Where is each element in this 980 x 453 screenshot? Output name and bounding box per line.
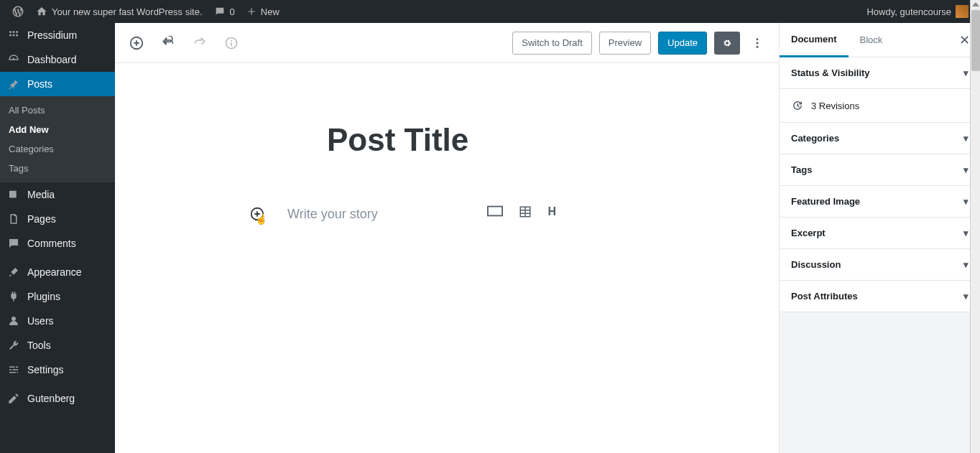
preview-button[interactable]: Preview — [599, 32, 651, 55]
scrollbar-thumb[interactable] — [971, 10, 980, 71]
menu-label: Tools — [27, 340, 51, 351]
wp-logo[interactable] — [6, 0, 30, 23]
svg-point-12 — [757, 45, 759, 47]
chevron-down-icon: ▾ — [963, 259, 969, 270]
panel-revisions[interactable]: 3 Revisions — [780, 89, 980, 123]
dashboard-icon — [7, 53, 20, 66]
comment-bubble[interactable]: 0 — [208, 0, 241, 23]
sidebar-empty — [780, 312, 980, 453]
posts-submenu: All Posts Add New Categories Tags — [0, 96, 115, 182]
redo-button[interactable] — [190, 33, 210, 53]
new-label: New — [261, 6, 279, 17]
panel-discussion[interactable]: Discussion ▾ — [780, 249, 980, 281]
panel-featured-image[interactable]: Featured Image ▾ — [780, 186, 980, 218]
site-name-link[interactable]: Your new super fast WordPress site. — [30, 0, 208, 23]
tab-block[interactable]: Block — [849, 23, 895, 57]
pin-icon — [7, 78, 20, 90]
redo-icon — [193, 36, 207, 50]
howdy-user[interactable]: Howdy, gutencourse — [861, 5, 974, 18]
svg-point-0 — [9, 31, 11, 33]
quick-heading-block[interactable]: H — [547, 205, 556, 221]
menu-label: Plugins — [27, 291, 60, 302]
panel-label: Featured Image — [791, 196, 860, 207]
tab-document[interactable]: Document — [780, 24, 849, 57]
plus-icon — [246, 6, 256, 17]
panel-tags[interactable]: Tags ▾ — [780, 154, 980, 186]
document-sidebar: Document Block ✕ Status & Visibility ▾ 3… — [779, 23, 980, 453]
paragraph-placeholder[interactable]: Write your story — [287, 207, 378, 222]
editor-canvas: ☝ Write your story H — [115, 63, 779, 453]
add-block-button[interactable] — [126, 33, 147, 53]
wordpress-icon — [11, 5, 24, 18]
menu-dashboard[interactable]: Dashboard — [0, 47, 115, 72]
menu-label: Comments — [27, 238, 76, 249]
menu-posts[interactable]: Posts — [0, 72, 115, 96]
menu-tools[interactable]: Tools — [0, 333, 115, 358]
submenu-tags[interactable]: Tags — [0, 159, 115, 178]
post-title-input[interactable] — [327, 122, 758, 158]
undo-button[interactable] — [158, 33, 178, 53]
media-icon — [7, 188, 20, 201]
quick-image-block[interactable] — [487, 205, 503, 221]
menu-comments[interactable]: Comments — [0, 231, 115, 256]
chevron-down-icon: ▾ — [963, 133, 969, 144]
brush-icon — [7, 266, 20, 279]
chevron-down-icon: ▾ — [963, 228, 969, 238]
pages-icon — [7, 213, 20, 225]
chevron-down-icon: ▾ — [963, 164, 969, 175]
new-content[interactable]: New — [241, 0, 285, 23]
wrench-icon — [7, 339, 20, 352]
submenu-categories[interactable]: Categories — [0, 139, 115, 159]
menu-users[interactable]: Users — [0, 309, 115, 333]
panel-label: Categories — [791, 133, 839, 144]
panel-post-attributes[interactable]: Post Attributes ▾ — [780, 281, 980, 312]
menu-gutenberg[interactable]: Gutenberg — [0, 386, 115, 411]
menu-pages[interactable]: Pages — [0, 207, 115, 231]
info-icon — [224, 36, 239, 50]
svg-point-5 — [16, 34, 18, 37]
panel-status-visibility[interactable]: Status & Visibility ▾ — [780, 57, 980, 89]
update-button[interactable]: Update — [658, 32, 707, 55]
panel-label: Post Attributes — [791, 291, 858, 302]
submenu-add-new[interactable]: Add New — [0, 120, 115, 139]
plus-circle-icon — [129, 35, 144, 51]
comment-count: 0 — [230, 6, 235, 17]
panel-excerpt[interactable]: Excerpt ▾ — [780, 218, 980, 249]
block-quick-insert: H — [487, 205, 556, 221]
svg-point-1 — [13, 31, 15, 33]
menu-pressidium[interactable]: Pressidium — [0, 23, 115, 47]
admin-bar: Your new super fast WordPress site. 0 Ne… — [0, 0, 980, 23]
home-icon — [36, 6, 47, 17]
gear-icon — [723, 36, 731, 50]
menu-appearance[interactable]: Appearance — [0, 260, 115, 284]
more-menu-button[interactable] — [747, 33, 767, 53]
submenu-all-posts[interactable]: All Posts — [0, 101, 115, 120]
admin-menu: Pressidium Dashboard Posts All Posts Add… — [0, 23, 115, 453]
quick-table-block[interactable] — [519, 205, 532, 221]
comments-icon — [7, 237, 20, 250]
inline-add-block[interactable]: ☝ — [246, 203, 268, 225]
svg-point-4 — [13, 34, 15, 37]
panel-categories[interactable]: Categories ▾ — [780, 123, 980, 154]
editor: Switch to Draft Preview Update ☝ Write y… — [115, 23, 779, 453]
image-block-icon — [487, 205, 503, 217]
chevron-down-icon: ▾ — [963, 196, 969, 207]
menu-media[interactable]: Media — [0, 182, 115, 207]
svg-point-2 — [16, 31, 18, 33]
menu-label: Posts — [27, 78, 52, 90]
pressidium-icon — [7, 29, 20, 42]
undo-icon — [161, 36, 175, 50]
editor-toolbar: Switch to Draft Preview Update — [115, 23, 779, 63]
cursor-pointer-icon: ☝ — [255, 213, 267, 225]
info-button[interactable] — [221, 33, 241, 53]
scroll-up-arrow — [972, 2, 979, 6]
browser-scrollbar[interactable] — [970, 0, 980, 453]
switch-to-draft-button[interactable]: Switch to Draft — [512, 32, 592, 55]
menu-plugins[interactable]: Plugins — [0, 284, 115, 309]
settings-button[interactable] — [714, 32, 740, 55]
menu-settings[interactable]: Settings — [0, 358, 115, 382]
svg-point-3 — [9, 34, 11, 37]
menu-label: Media — [27, 189, 55, 200]
chevron-down-icon: ▾ — [963, 67, 969, 78]
revisions-label: 3 Revisions — [811, 101, 859, 111]
